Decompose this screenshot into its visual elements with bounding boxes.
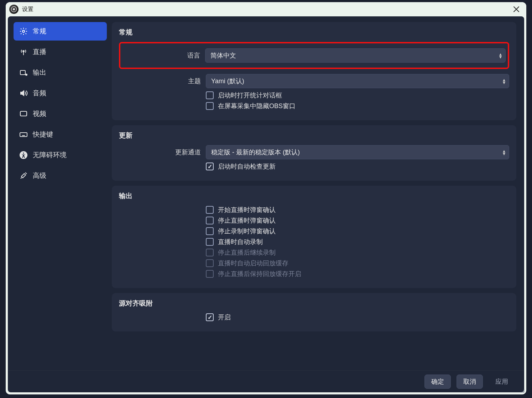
section-title-general: 常规: [119, 28, 509, 37]
field-language: 语言 简体中文 ▴▾: [122, 48, 506, 63]
field-update-channel: 更新通道 稳定版 - 最新的稳定版本 (默认) ▴▾: [119, 145, 509, 159]
sidebar-item-label: 音频: [33, 89, 46, 98]
sidebar-item-video[interactable]: 视频: [14, 105, 107, 123]
svg-point-5: [26, 74, 27, 75]
monitor-icon: [19, 110, 28, 118]
row-auto-record-on-stream: 直播时自动录制: [119, 238, 509, 246]
update-channel-label: 更新通道: [119, 148, 206, 156]
cancel-button[interactable]: 取消: [457, 375, 483, 389]
language-label: 语言: [122, 51, 205, 60]
close-icon: [513, 6, 520, 12]
checkbox-confirm-stop-record[interactable]: [206, 227, 214, 235]
checkbox-snapping-enable[interactable]: [206, 313, 214, 321]
section-title-output: 输出: [119, 191, 509, 201]
sidebar-item-label: 快捷键: [33, 130, 53, 139]
chevron-updown-icon: ▴▾: [503, 149, 505, 155]
checkbox-keep-record-after-stream: [206, 249, 214, 256]
checkbox-auto-replay-buffer: [206, 259, 214, 267]
row-hide-obs-window: 在屏幕采集中隐藏OBS窗口: [119, 102, 509, 110]
sidebar-item-output[interactable]: 输出: [14, 63, 107, 82]
svg-point-3: [23, 51, 24, 52]
chevron-updown-icon: ▴▾: [503, 78, 505, 84]
label-keep-record-after-stream: 停止直播后继续录制: [218, 248, 276, 257]
sidebar-item-advanced[interactable]: 高级: [14, 166, 107, 185]
label-auto-record-on-stream: 直播时自动录制: [218, 238, 263, 246]
svg-point-2: [22, 30, 25, 32]
theme-select[interactable]: Yami (默认) ▴▾: [206, 74, 509, 88]
close-button[interactable]: [510, 4, 523, 15]
checkbox-auto-check-updates[interactable]: [206, 163, 214, 170]
sidebar-item-label: 常规: [33, 27, 46, 36]
main-scroll[interactable]: 常规 语言 简体中文 ▴▾ 主题: [112, 22, 521, 368]
svg-point-12: [523, 390, 524, 391]
label-hide-obs-window: 在屏幕采集中隐藏OBS窗口: [218, 102, 296, 110]
row-open-stats: 启动时打开统计对话框: [119, 91, 509, 100]
section-title-updates: 更新: [119, 131, 509, 140]
content-row: 常规 直播 输出: [8, 16, 524, 370]
output-icon: [19, 68, 28, 77]
label-confirm-stop-stream: 停止直播时弹窗确认: [218, 216, 276, 225]
svg-point-9: [23, 153, 24, 154]
window-title: 设置: [22, 6, 33, 13]
accessibility-icon: [19, 151, 28, 159]
theme-label: 主题: [119, 77, 206, 85]
dialog-body: 常规 直播 输出: [8, 16, 524, 392]
main-area: 常规 语言 简体中文 ▴▾ 主题: [112, 22, 521, 368]
section-title-snapping: 源对齐吸附: [119, 299, 509, 308]
label-auto-replay-buffer: 直播时自动启动回放缓存: [218, 259, 288, 267]
language-select[interactable]: 简体中文 ▴▾: [205, 48, 506, 63]
resize-grip-icon[interactable]: [519, 387, 525, 393]
label-auto-check-updates: 启动时自动检查更新: [218, 162, 276, 171]
checkbox-confirm-stop-stream[interactable]: [206, 217, 214, 224]
row-auto-check-updates: 启动时自动检查更新: [119, 162, 509, 171]
theme-value: Yami (默认): [211, 77, 244, 85]
svg-point-1: [13, 8, 15, 10]
apply-button: 应用: [489, 375, 515, 389]
row-confirm-stop-stream: 停止直播时弹窗确认: [119, 216, 509, 225]
sidebar-item-accessibility[interactable]: 无障碍环境: [14, 146, 107, 164]
title-bar: 设置: [6, 2, 526, 16]
obs-logo-icon: [9, 5, 19, 14]
label-confirm-start-stream: 开始直播时弹窗确认: [218, 206, 276, 214]
sidebar-item-label: 视频: [33, 109, 46, 118]
section-output: 输出 开始直播时弹窗确认 停止直播时弹窗确认 停止录制时弹窗确认: [112, 186, 516, 288]
update-channel-select[interactable]: 稳定版 - 最新的稳定版本 (默认) ▴▾: [206, 145, 509, 159]
label-keep-replay-buffer: 停止直播后保持回放缓存开启: [218, 270, 301, 278]
svg-rect-4: [20, 70, 25, 75]
checkbox-auto-record-on-stream[interactable]: [206, 238, 214, 246]
ok-button[interactable]: 确定: [424, 375, 451, 389]
sidebar-item-stream[interactable]: 直播: [14, 43, 107, 61]
checkbox-open-stats[interactable]: [206, 91, 214, 99]
sidebar-item-label: 直播: [33, 47, 46, 57]
tools-icon: [19, 171, 28, 180]
checkbox-confirm-start-stream[interactable]: [206, 206, 214, 214]
label-confirm-stop-record: 停止录制时弹窗确认: [218, 227, 276, 235]
sidebar-item-audio[interactable]: 音频: [14, 84, 107, 102]
sidebar-item-label: 输出: [33, 68, 46, 77]
sidebar-item-hotkeys[interactable]: 快捷键: [14, 125, 107, 144]
language-value: 简体中文: [210, 51, 236, 60]
label-snapping-enable: 开启: [218, 313, 231, 322]
sidebar-item-label: 无障碍环境: [33, 150, 67, 160]
settings-dialog: 设置 常规 直播: [6, 2, 526, 394]
speaker-icon: [19, 89, 28, 97]
row-auto-replay-buffer: 直播时自动启动回放缓存: [119, 259, 509, 267]
antenna-icon: [19, 48, 28, 56]
row-confirm-stop-record: 停止录制时弹窗确认: [119, 227, 509, 235]
gear-icon: [19, 27, 28, 36]
sidebar-item-label: 高级: [33, 171, 46, 180]
checkbox-hide-obs-window[interactable]: [206, 102, 214, 110]
sidebar: 常规 直播 输出: [14, 22, 107, 368]
field-theme: 主题 Yami (默认) ▴▾: [119, 74, 509, 88]
update-channel-value: 稳定版 - 最新的稳定版本 (默认): [211, 148, 300, 156]
label-open-stats: 启动时打开统计对话框: [218, 91, 282, 100]
sidebar-item-general[interactable]: 常规: [14, 22, 107, 41]
row-snapping-enable: 开启: [119, 313, 509, 322]
svg-point-10: [523, 392, 524, 392]
row-confirm-start-stream: 开始直播时弹窗确认: [119, 206, 509, 214]
keyboard-icon: [19, 130, 28, 139]
section-updates: 更新 更新通道 稳定版 - 最新的稳定版本 (默认) ▴▾ 启动时自动检查更新: [112, 125, 516, 181]
svg-point-11: [522, 392, 523, 392]
chevron-updown-icon: ▴▾: [499, 53, 502, 58]
dialog-footer: 确定 取消 应用: [8, 370, 524, 392]
